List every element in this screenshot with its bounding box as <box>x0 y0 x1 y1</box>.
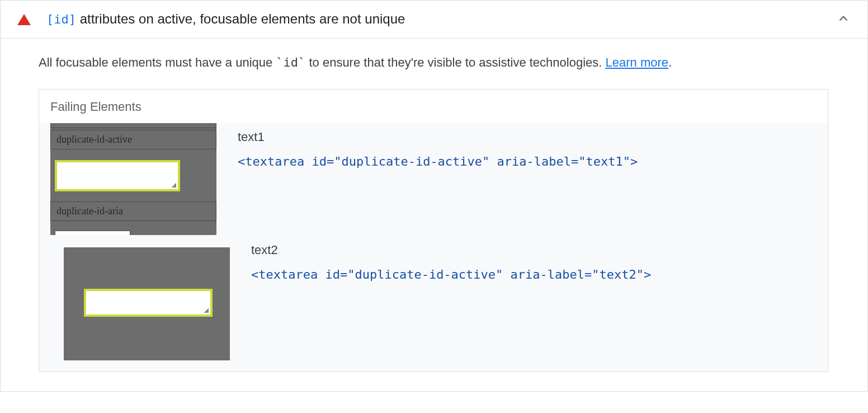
error-triangle-icon <box>17 14 31 25</box>
failing-element-row[interactable]: text2 <textarea id="duplicate-id-active"… <box>39 235 828 360</box>
audit-header[interactable]: [id] attributes on active, focusable ele… <box>1 1 867 38</box>
audit-title-text: attributes on active, focusable elements… <box>76 11 405 26</box>
audit-title-code: [id] <box>46 12 76 26</box>
audit-description: All focusable elements must have a uniqu… <box>39 54 828 71</box>
failing-elements-list: dlitem duplicate-id-active duplicate-id-… <box>39 123 828 372</box>
thumb-text: duplicate-id-aria <box>50 201 216 221</box>
failing-element-label: text2 <box>251 243 651 257</box>
resize-icon <box>204 308 209 313</box>
failing-element-details: text1 <textarea id="duplicate-id-active"… <box>216 123 638 168</box>
failing-element-label: text1 <box>238 130 638 144</box>
thumb-text: dlitem <box>50 123 216 128</box>
failing-element-details: text2 <textarea id="duplicate-id-active"… <box>230 235 651 281</box>
failing-elements-title: Failing Elements <box>39 90 828 123</box>
desc-pre: All focusable elements must have a uniqu… <box>39 55 276 69</box>
failing-elements-box: Failing Elements dlitem duplicate-id-act… <box>39 89 828 372</box>
failing-element-code: <textarea id="duplicate-id-active" aria-… <box>251 267 651 281</box>
audit-item: [id] attributes on active, focusable ele… <box>0 0 868 392</box>
chevron-up-icon[interactable] <box>836 11 851 27</box>
failing-element-row[interactable]: dlitem duplicate-id-active duplicate-id-… <box>39 123 828 235</box>
element-thumbnail: dlitem duplicate-id-active duplicate-id-… <box>50 123 216 235</box>
thumb-text: duplicate-id-active <box>50 130 216 149</box>
audit-title: [id] attributes on active, focusable ele… <box>46 11 836 28</box>
failing-element-code: <textarea id="duplicate-id-active" aria-… <box>238 154 638 168</box>
element-thumbnail <box>64 247 230 360</box>
desc-code: `id` <box>276 55 305 69</box>
learn-more-link[interactable]: Learn more <box>606 55 669 69</box>
resize-icon <box>172 183 176 187</box>
desc-post: to ensure that they're visible to assist… <box>305 55 605 69</box>
audit-body: All focusable elements must have a uniqu… <box>1 38 867 391</box>
